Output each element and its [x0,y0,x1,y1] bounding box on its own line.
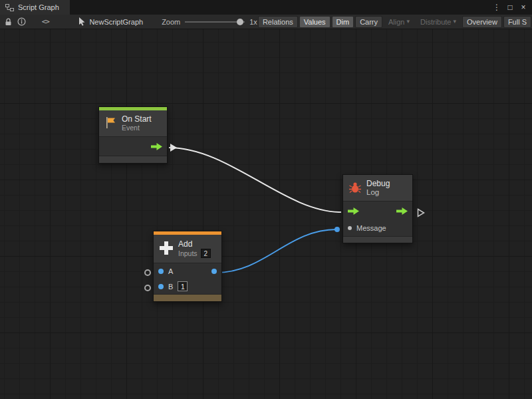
port-a-label: A [168,267,173,275]
node-header: On Start Event [99,110,167,137]
node-on-start[interactable]: On Start Event [98,106,168,164]
tab-bar: Script Graph ⋮ □ × [0,0,532,15]
distribute-button: Distribute ▾ [416,16,461,28]
port-b-input[interactable] [158,284,164,289]
node-title: Add [178,239,211,249]
bug-icon [348,182,362,195]
graph-toolbar: <> NewScriptGraph Zoom 1x Relations Valu… [0,15,532,29]
values-label: Values [304,18,326,26]
flow-output-port[interactable] [151,143,162,150]
node-subtitle: Inputs 2 [178,249,211,258]
tab-title: Script Graph [18,3,59,11]
wires-layer [0,29,532,399]
node-subtitle: Log [366,188,390,197]
close-icon[interactable]: × [518,3,529,12]
port-b-row: B 1 [154,279,221,294]
node-title: On Start [122,114,152,124]
align-label: Align [388,18,404,26]
flow-wire[interactable] [169,148,341,212]
node-header: Debug Log [343,175,412,201]
dim-label: Dim [336,18,350,26]
values-button[interactable]: Values [299,16,331,28]
message-port-label: Message [356,224,386,232]
overview-label: Overview [467,18,497,26]
zoom-slider-handle[interactable] [237,19,243,25]
zoom-control: Zoom 1x [162,18,257,26]
inputs-label: Inputs [178,249,198,258]
graph-canvas[interactable]: On Start Event [0,29,532,399]
carry-button[interactable]: Carry [355,16,382,28]
overview-button[interactable]: Overview [462,16,502,28]
flag-icon [104,116,117,130]
node-add[interactable]: Add Inputs 2 A B 1 [153,231,222,302]
port-bubble-b[interactable] [144,285,151,291]
inputs-count-badge: 2 [201,249,211,258]
node-title: Debug [366,179,390,188]
chevron-down-icon: ▾ [454,19,457,25]
info-icon[interactable] [17,15,26,29]
zoom-slider-track [185,21,245,23]
node-footer [99,156,167,163]
node-footer [343,236,412,243]
distribute-label: Distribute [420,18,451,26]
graph-breadcrumb[interactable]: NewScriptGraph [78,15,143,29]
message-port-row: Message [343,220,412,236]
lock-icon[interactable] [3,15,13,29]
zoom-slider[interactable] [185,18,245,26]
window-controls: ⋮ □ × [491,0,532,15]
zoom-label: Zoom [162,18,180,26]
code-icon[interactable]: <> [41,15,50,29]
tab-script-graph[interactable]: Script Graph [0,0,70,15]
plus-icon [159,241,174,257]
flow-wire-arrowhead-icon [170,144,177,152]
message-input-port[interactable] [348,226,352,230]
align-button: Align ▾ [384,16,414,28]
node-header: Add Inputs 2 [154,235,221,263]
value-wire[interactable] [216,229,336,273]
graph-name: NewScriptGraph [89,18,143,26]
flow-continuation-icon[interactable] [417,208,425,217]
node-debug-log[interactable]: Debug Log Message [342,174,413,243]
port-a-input[interactable] [158,269,164,274]
sum-output-port[interactable] [211,269,217,274]
flow-port-row [343,201,412,220]
relations-button[interactable]: Relations [258,16,298,28]
flow-input-port[interactable] [348,207,359,215]
toolbar-buttons: Relations Values Dim Carry Align ▾ Distr… [257,15,532,29]
port-b-label: B [168,283,173,291]
port-b-value-field[interactable]: 1 [178,281,188,291]
port-a-row: A [154,263,221,279]
relations-label: Relations [263,18,293,26]
flow-output-port[interactable] [396,207,408,215]
node-footer [154,294,221,301]
node-subtitle: Event [122,124,152,132]
carry-label: Carry [360,18,378,26]
fullscreen-label: Full S [508,18,527,26]
zoom-value: 1x [249,18,257,26]
flow-port-row [99,137,167,156]
fullscreen-button[interactable]: Full S [503,16,531,28]
value-wire-endpoint [334,227,340,232]
chevron-down-icon: ▾ [407,19,410,25]
port-bubble-a[interactable] [144,269,151,276]
script-graph-icon [5,3,14,12]
maximize-icon[interactable]: □ [505,3,515,12]
dim-button[interactable]: Dim [332,16,354,28]
unity-script-graph-window: Script Graph ⋮ □ × <> [0,0,532,399]
cursor-icon [78,15,86,29]
menu-icon[interactable]: ⋮ [491,3,502,12]
